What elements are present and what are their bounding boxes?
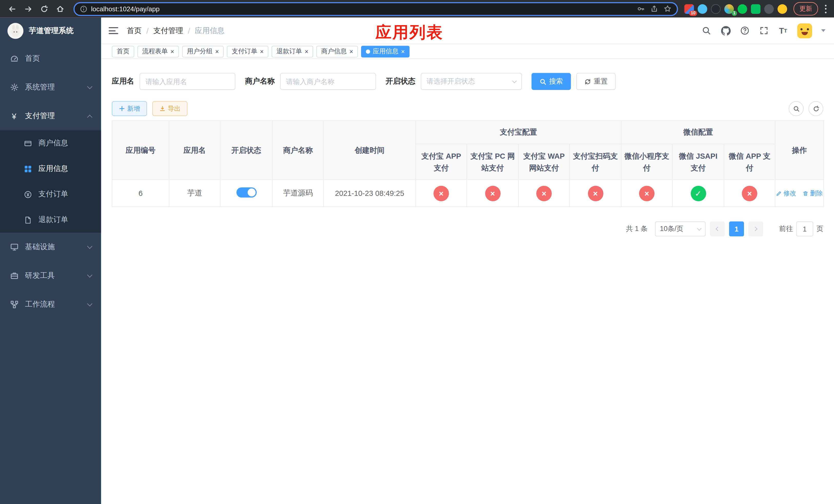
goto-suffix: 页 <box>816 224 823 233</box>
channel-status-icon: × <box>588 186 603 201</box>
search-icon[interactable] <box>701 26 711 36</box>
grid-icon <box>23 165 32 173</box>
profile-avatar-icon[interactable] <box>777 4 787 14</box>
status-placeholder: 请选择开启状态 <box>426 77 475 86</box>
chrome-update-button[interactable]: 更新 <box>793 2 818 15</box>
group-header-alipay: 支付宝配置 <box>416 120 621 144</box>
channel-status-icon: × <box>485 186 500 201</box>
channel-status-icon: × <box>742 186 757 201</box>
export-button[interactable]: 导出 <box>152 101 188 116</box>
channel-status-icon: × <box>536 186 552 201</box>
help-icon[interactable] <box>740 26 750 36</box>
col-header-wx-app: 微信 APP 支付 <box>724 144 775 180</box>
sidebar: 芋道管理系统 首页 系统管理 ¥ 支付管 <box>0 18 101 504</box>
tab-app-info[interactable]: 应用信息× <box>361 46 410 58</box>
tab-refund-order[interactable]: 退款订单× <box>271 46 313 58</box>
breadcrumb-current: 应用信息 <box>195 26 225 36</box>
close-icon[interactable]: × <box>305 48 308 54</box>
page-size-select[interactable]: 10条/页 <box>655 222 705 236</box>
channel-status-icon: ✓ <box>690 186 706 201</box>
refresh-button[interactable] <box>808 101 823 116</box>
table-toolbar: 新增 导出 <box>112 101 823 116</box>
extensions-strip: 10 1 <box>684 4 787 14</box>
show-search-button[interactable] <box>789 101 804 116</box>
close-icon[interactable]: × <box>260 48 264 54</box>
share-icon[interactable] <box>650 5 658 13</box>
app-title: 芋道管理系统 <box>29 26 73 36</box>
pagination: 共 1 条 10条/页 1 前往 页 <box>112 222 823 236</box>
extension-icon[interactable]: 10 <box>684 4 694 14</box>
chevron-down-icon <box>87 244 93 249</box>
browser-back-button[interactable] <box>5 2 19 16</box>
col-header-created: 创建时间 <box>324 120 416 180</box>
reset-button[interactable]: 重置 <box>576 73 616 90</box>
sidebar-item-home[interactable]: 首页 <box>0 44 101 73</box>
browser-forward-button[interactable] <box>21 2 35 16</box>
fullscreen-icon[interactable] <box>759 26 769 36</box>
address-bar[interactable]: localhost:1024/pay/app <box>73 2 678 16</box>
status-toggle[interactable] <box>236 187 257 198</box>
user-menu-caret-icon[interactable] <box>821 29 826 32</box>
sidebar-item-merchant-info[interactable]: 商户信息 <box>0 131 101 156</box>
status-select[interactable]: 请选择开启状态 <box>421 73 522 90</box>
wechat-extension-icon[interactable] <box>751 4 761 14</box>
app-logo[interactable]: 芋道管理系统 <box>0 18 101 44</box>
monitor-icon <box>9 243 19 251</box>
prev-page-button[interactable] <box>710 222 725 236</box>
bookmark-star-icon[interactable] <box>663 5 672 13</box>
close-icon[interactable]: × <box>171 48 174 54</box>
extension-icon[interactable] <box>764 4 774 14</box>
extension-icon[interactable] <box>711 4 720 14</box>
chevron-down-icon <box>87 84 93 89</box>
breadcrumb-home[interactable]: 首页 <box>127 26 141 36</box>
col-header-alipay-pc: 支付宝 PC 网站支付 <box>467 144 518 180</box>
sidebar-item-devtools[interactable]: 研发工具 <box>0 261 101 290</box>
url-text[interactable]: localhost:1024/pay/app <box>91 5 637 13</box>
app-name-input[interactable] <box>139 73 236 90</box>
close-icon[interactable]: × <box>401 48 405 54</box>
sidebar-item-label: 商户信息 <box>39 138 68 148</box>
chevron-down-icon <box>87 272 93 278</box>
sidebar-toggle-icon[interactable] <box>109 25 119 36</box>
delete-link[interactable]: 删除 <box>803 189 823 198</box>
browser-home-button[interactable] <box>53 2 67 16</box>
sidebar-item-pay-order[interactable]: 支付订单 <box>0 182 101 207</box>
site-info-icon[interactable] <box>80 5 87 13</box>
merchant-name-input[interactable] <box>280 73 376 90</box>
next-page-button[interactable] <box>748 222 763 236</box>
pay-order-icon <box>23 190 32 199</box>
document-icon <box>23 215 32 224</box>
status-label: 开启状态 <box>386 77 415 86</box>
font-size-icon[interactable]: TT <box>778 26 788 36</box>
tab-home[interactable]: 首页 <box>112 46 134 58</box>
browser-menu-icon[interactable] <box>825 5 827 13</box>
table-row: 6 芋道 芋道源码 2021-10-23 08:49:25 × × × × × … <box>112 180 824 207</box>
edit-link[interactable]: 修改 <box>776 189 796 198</box>
sidebar-item-refund-order[interactable]: 退款订单 <box>0 207 101 233</box>
sidebar-item-app-info[interactable]: 应用信息 <box>0 156 101 182</box>
current-page-button[interactable]: 1 <box>729 222 744 236</box>
tab-process-form[interactable]: 流程表单× <box>137 46 179 58</box>
password-key-icon[interactable] <box>637 5 645 13</box>
user-avatar[interactable] <box>797 23 812 38</box>
sidebar-item-system[interactable]: 系统管理 <box>0 73 101 101</box>
profile-extension-icon[interactable]: 1 <box>724 4 734 14</box>
extension-icon[interactable] <box>738 4 747 14</box>
close-icon[interactable]: × <box>349 48 353 54</box>
col-header-alipay-app: 支付宝 APP 支付 <box>416 144 467 180</box>
tab-user-group[interactable]: 用户分组× <box>182 46 224 58</box>
search-button[interactable]: 搜索 <box>531 73 571 90</box>
close-icon[interactable]: × <box>215 48 219 54</box>
github-icon[interactable] <box>721 26 731 36</box>
extension-icon[interactable] <box>698 4 707 14</box>
add-button[interactable]: 新增 <box>112 101 147 116</box>
sidebar-item-workflow[interactable]: 工作流程 <box>0 290 101 319</box>
page-content: 应用名 商户名称 开启状态 请选择开启状态 搜索 重置 <box>101 59 834 504</box>
sidebar-item-payment[interactable]: ¥ 支付管理 <box>0 102 101 131</box>
goto-page-input[interactable] <box>796 222 813 236</box>
tab-merchant-info[interactable]: 商户信息× <box>316 46 358 58</box>
tab-pay-order[interactable]: 支付订单× <box>227 46 268 58</box>
browser-reload-button[interactable] <box>37 2 51 16</box>
breadcrumb-payment[interactable]: 支付管理 <box>153 26 183 36</box>
sidebar-item-infra[interactable]: 基础设施 <box>0 232 101 261</box>
